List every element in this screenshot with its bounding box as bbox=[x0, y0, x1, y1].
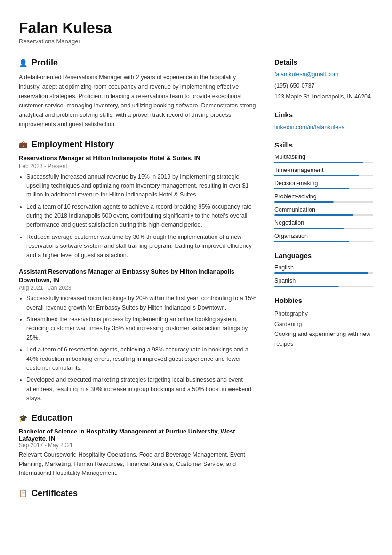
skill-bar-bg bbox=[274, 241, 373, 242]
skill-item: Multitasking bbox=[274, 154, 373, 163]
detail-email: falan.kulesa@gmail.com bbox=[274, 71, 373, 79]
skill-name: Organization bbox=[274, 233, 373, 239]
languages-title: Languages bbox=[274, 252, 373, 260]
job-1-bullets: Successfully increased annual revenue by… bbox=[19, 172, 259, 260]
skill-item: Time-management bbox=[274, 167, 373, 176]
skills-section: Skills Multitasking Time-management Deci… bbox=[274, 141, 373, 242]
skill-bar-bg bbox=[274, 214, 373, 216]
detail-phone: (195) 650-0737 bbox=[274, 82, 373, 90]
skill-name: Negotiation bbox=[274, 220, 373, 226]
detail-linkedin: linkedin.com/in/falankulesa bbox=[274, 123, 373, 132]
links-section: Links linkedin.com/in/falankulesa bbox=[274, 111, 373, 132]
list-item: Developed and executed marketing strateg… bbox=[26, 375, 259, 403]
hobby-item: Gardening bbox=[274, 319, 373, 329]
hobby-item: Photography bbox=[274, 309, 373, 319]
job-2-title: Assistant Reservations Manager at Embass… bbox=[19, 268, 259, 285]
skill-bar-bg bbox=[274, 201, 373, 203]
education-icon: 🎓 bbox=[19, 414, 28, 423]
education-section: 🎓 Education Bachelor of Science in Hospi… bbox=[19, 413, 259, 478]
skills-list: Multitasking Time-management Decision-ma… bbox=[274, 154, 373, 242]
certificates-icon: 📋 bbox=[19, 489, 28, 498]
details-title: Details bbox=[274, 58, 373, 66]
list-item: Successfully increased annual revenue by… bbox=[26, 172, 259, 200]
language-bar-fill bbox=[274, 272, 368, 274]
skill-name: Communication bbox=[274, 206, 373, 213]
certificates-section: 📋 Certificates bbox=[19, 489, 259, 498]
skill-bar-fill bbox=[274, 214, 353, 216]
skill-name: Decision-making bbox=[274, 180, 373, 187]
skill-bar-bg bbox=[274, 175, 373, 176]
skill-item: Decision-making bbox=[274, 180, 373, 189]
edu-text: Relevant Coursework: Hospitality Operati… bbox=[19, 450, 259, 478]
job-2-date: Aug 2021 - Jan 2023 bbox=[19, 285, 259, 291]
list-item: Led a team of 10 reservation agents to a… bbox=[26, 203, 259, 230]
language-bar-bg bbox=[274, 272, 373, 274]
language-item: Spanish bbox=[274, 278, 373, 287]
hobbies-title: Hobbies bbox=[274, 296, 373, 304]
profile-text: A detail-oriented Reservations Manager w… bbox=[19, 73, 259, 129]
employment-section: 💼 Employment History Reservations Manage… bbox=[19, 139, 259, 403]
skill-name: Multitasking bbox=[274, 154, 373, 160]
hobbies-section: Hobbies PhotographyGardeningCooking and … bbox=[274, 296, 373, 349]
certificates-section-title: 📋 Certificates bbox=[19, 489, 259, 498]
list-item: Reduced average customer wait time by 30… bbox=[26, 233, 259, 260]
skill-bar-fill bbox=[274, 175, 359, 176]
email-link[interactable]: falan.kulesa@gmail.com bbox=[274, 71, 338, 78]
skills-title: Skills bbox=[274, 141, 373, 149]
skill-item: Communication bbox=[274, 206, 373, 216]
skill-bar-bg bbox=[274, 162, 373, 163]
profile-section-title: 👤 Profile bbox=[19, 58, 259, 68]
right-column: Details falan.kulesa@gmail.com (195) 650… bbox=[274, 58, 373, 508]
skill-bar-fill bbox=[274, 188, 349, 189]
job-1: Reservations Manager at Hilton Indianapo… bbox=[19, 154, 259, 260]
edu-date: Sep 2017 - May 2021 bbox=[19, 442, 259, 449]
resume-header: Falan Kulesa Reservations Manager bbox=[19, 19, 373, 45]
profile-section: 👤 Profile A detail-oriented Reservations… bbox=[19, 58, 259, 129]
list-item: Streamlined the reservations process by … bbox=[26, 315, 259, 343]
skill-bar-fill bbox=[274, 162, 363, 163]
details-section: Details falan.kulesa@gmail.com (195) 650… bbox=[274, 58, 373, 101]
skill-name: Problem-solving bbox=[274, 193, 373, 200]
left-column: 👤 Profile A detail-oriented Reservations… bbox=[19, 58, 259, 508]
skill-bar-bg bbox=[274, 228, 373, 229]
candidate-title: Reservations Manager bbox=[19, 38, 373, 45]
job-2: Assistant Reservations Manager at Embass… bbox=[19, 268, 259, 403]
skill-name: Time-management bbox=[274, 167, 373, 173]
skill-bar-bg bbox=[274, 188, 373, 189]
skill-bar-fill bbox=[274, 228, 344, 229]
skill-item: Organization bbox=[274, 233, 373, 242]
language-bar-fill bbox=[274, 286, 339, 287]
skill-item: Problem-solving bbox=[274, 193, 373, 203]
language-name: Spanish bbox=[274, 278, 373, 284]
skill-item: Negotiation bbox=[274, 220, 373, 229]
employment-section-title: 💼 Employment History bbox=[19, 139, 259, 149]
candidate-name: Falan Kulesa bbox=[19, 19, 373, 37]
edu-degree-title: Bachelor of Science in Hospitality Manag… bbox=[19, 428, 259, 442]
language-name: English bbox=[274, 264, 373, 271]
profile-icon: 👤 bbox=[19, 59, 28, 67]
education-section-title: 🎓 Education bbox=[19, 413, 259, 423]
language-item: English bbox=[274, 264, 373, 274]
hobbies-list: PhotographyGardeningCooking and experime… bbox=[274, 309, 373, 349]
language-bar-bg bbox=[274, 286, 373, 287]
hobby-item: Cooking and experimenting with new recip… bbox=[274, 329, 373, 350]
list-item: Led a team of 6 reservation agents, achi… bbox=[26, 345, 259, 373]
job-2-bullets: Successfully increased room bookings by … bbox=[19, 294, 259, 403]
links-title: Links bbox=[274, 111, 373, 119]
employment-icon: 💼 bbox=[19, 140, 28, 149]
detail-address: 123 Maple St, Indianapolis, IN 46204 bbox=[274, 93, 373, 101]
skill-bar-fill bbox=[274, 241, 349, 242]
languages-list: English Spanish bbox=[274, 264, 373, 287]
job-1-title: Reservations Manager at Hilton Indianapo… bbox=[19, 154, 259, 163]
linkedin-link[interactable]: linkedin.com/in/falankulesa bbox=[274, 124, 344, 131]
list-item: Successfully increased room bookings by … bbox=[26, 294, 259, 312]
skill-bar-fill bbox=[274, 201, 334, 203]
job-1-date: Feb 2023 - Present bbox=[19, 163, 259, 170]
languages-section: Languages English Spanish bbox=[274, 252, 373, 287]
